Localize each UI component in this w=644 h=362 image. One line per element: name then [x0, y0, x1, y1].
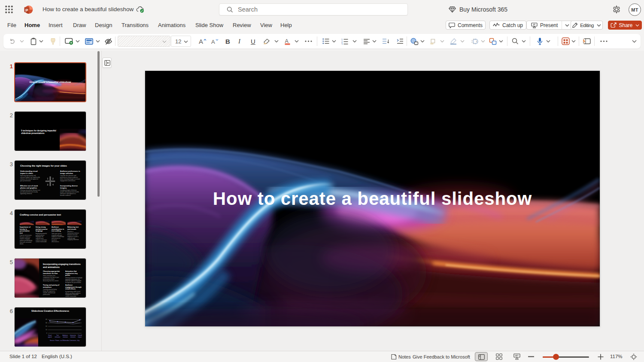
svg-text:40: 40 [46, 319, 47, 320]
svg-text:20: 20 [46, 325, 47, 327]
svg-text:0: 0 [46, 332, 47, 334]
svg-text:1: 1 [47, 177, 48, 180]
svg-text:A: A [211, 39, 215, 45]
svg-text:2: 2 [52, 177, 54, 180]
svg-text:30: 30 [46, 322, 47, 324]
svg-text:appeal: appeal [48, 336, 52, 338]
svg-text:relevance: relevance [55, 336, 60, 338]
svg-text:P: P [25, 8, 28, 12]
svg-text:Source: Power, via Wikimedia C: Source: Power, via Wikimedia Commons, Ju… [50, 340, 79, 341]
svg-text:retention: retention [63, 336, 68, 338]
svg-text:A: A [285, 38, 289, 44]
svg-text:impact: impact [78, 336, 82, 338]
svg-text:3: 3 [341, 43, 343, 45]
svg-text:elements: elements [70, 336, 76, 338]
svg-text:4: 4 [52, 183, 54, 186]
svg-text:A: A [199, 38, 203, 45]
svg-text:10: 10 [46, 329, 47, 331]
svg-text:3: 3 [47, 183, 48, 186]
